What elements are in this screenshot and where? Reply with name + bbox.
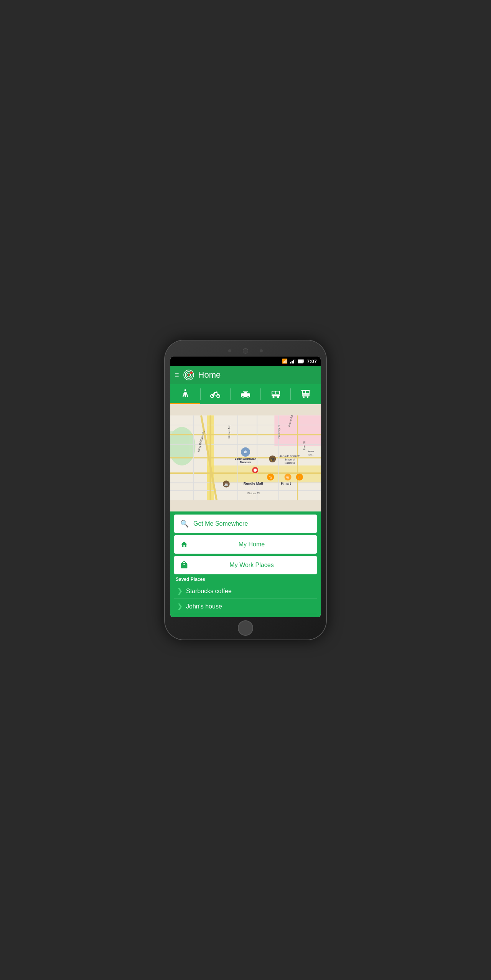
svg-text:🛍: 🛍: [269, 475, 272, 479]
svg-rect-5: [298, 360, 303, 363]
status-time: 7:07: [307, 358, 317, 364]
svg-text:South Australian: South Australian: [235, 457, 256, 460]
phone-bottom: [170, 620, 321, 636]
tab-bus[interactable]: [261, 384, 291, 404]
home-button-label: My Home: [193, 541, 311, 548]
svg-rect-22: [272, 391, 275, 394]
svg-rect-1: [292, 361, 293, 363]
svg-rect-29: [306, 391, 309, 393]
svg-point-11: [190, 372, 193, 374]
svg-text:🍴: 🍴: [297, 475, 302, 480]
saved-place-starbucks[interactable]: ❯ Starbucks coffee: [174, 584, 317, 599]
saved-places-label: Saved Places: [176, 577, 315, 582]
tab-car[interactable]: [231, 384, 260, 404]
saved-place-johns-house[interactable]: ❯ John's house: [174, 599, 317, 614]
battery-icon: [298, 359, 305, 363]
svg-rect-23: [276, 391, 279, 394]
svg-point-15: [216, 391, 217, 393]
home-button[interactable]: [238, 620, 253, 636]
svg-rect-17: [242, 392, 244, 393]
svg-point-26: [277, 396, 279, 398]
app-logo: [183, 369, 194, 381]
svg-text:Museum: Museum: [240, 461, 251, 464]
svg-text:Business: Business: [285, 462, 295, 464]
search-button-label: Get Me Somewhere: [193, 520, 248, 527]
earpiece: [243, 348, 248, 354]
svg-text:☕: ☕: [224, 482, 229, 487]
home-icon: [180, 541, 188, 548]
svg-text:🛍: 🛍: [286, 475, 290, 479]
svg-text:Rundle Mall: Rundle Mall: [244, 482, 263, 485]
tab-tram[interactable]: [291, 384, 321, 404]
phone-top-bar: [170, 348, 321, 354]
saved-place-starbucks-label: Starbucks coffee: [186, 588, 232, 595]
svg-rect-3: [295, 359, 295, 363]
svg-rect-6: [303, 360, 304, 362]
svg-rect-39: [207, 465, 321, 483]
tab-bike[interactable]: [201, 384, 231, 404]
svg-rect-28: [303, 391, 305, 393]
status-bar: 📶 7:07: [170, 357, 321, 366]
work-icon: [180, 561, 188, 569]
search-button[interactable]: 🔍 Get Me Somewhere: [174, 515, 317, 533]
svg-text:Fisher Pl: Fisher Pl: [247, 492, 260, 495]
svg-point-10: [188, 374, 189, 376]
transport-tabs: [170, 384, 321, 404]
my-home-button[interactable]: My Home: [174, 535, 317, 554]
saved-place-johns-house-label: John's house: [186, 603, 222, 610]
tab-walk[interactable]: [170, 384, 200, 404]
svg-point-19: [242, 396, 244, 398]
header-title: Home: [198, 370, 221, 380]
svg-rect-24: [272, 394, 280, 395]
svg-point-31: [303, 396, 305, 398]
search-icon: 🔍: [180, 520, 189, 528]
svg-rect-18: [247, 392, 249, 393]
sensor: [260, 349, 263, 352]
bottom-panel: 🔍 Get Me Somewhere My Home My Work Place…: [170, 511, 321, 617]
svg-text:Ayers: Ayers: [308, 450, 314, 452]
svg-point-25: [272, 396, 274, 398]
svg-text:School of: School of: [285, 458, 295, 461]
svg-rect-0: [290, 362, 291, 363]
phone-frame: 📶 7:07 ≡: [165, 340, 326, 640]
svg-point-20: [247, 396, 249, 398]
svg-point-32: [307, 396, 308, 398]
work-button-label: My Work Places: [193, 562, 311, 569]
svg-text:Mu...: Mu...: [308, 454, 314, 456]
svg-text:Bent St: Bent St: [303, 441, 306, 450]
wifi-icon: 📶: [282, 358, 288, 364]
svg-text:Kintore Ave: Kintore Ave: [228, 425, 231, 439]
chevron-right-icon: ❯: [177, 587, 182, 595]
svg-rect-2: [293, 360, 294, 363]
signal-icon: [290, 359, 295, 363]
svg-text:Kmart: Kmart: [281, 482, 291, 485]
svg-text:Adelaide Graduate: Adelaide Graduate: [279, 455, 300, 457]
map-svg: King William Rd Kintore Ave Frome Rd Pul…: [170, 404, 321, 511]
map-area[interactable]: King William Rd Kintore Ave Frome Rd Pul…: [170, 404, 321, 511]
svg-text:🏛: 🏛: [244, 450, 247, 454]
app-header: ≡ Home: [170, 366, 321, 384]
my-work-button[interactable]: My Work Places: [174, 556, 317, 574]
svg-text:Pulteney St: Pulteney St: [278, 425, 281, 439]
svg-point-72: [254, 469, 257, 472]
svg-rect-30: [302, 394, 310, 396]
svg-point-12: [184, 389, 186, 391]
chevron-right-icon-2: ❯: [177, 603, 182, 610]
hamburger-menu-icon[interactable]: ≡: [175, 371, 179, 379]
front-camera: [228, 349, 231, 352]
phone-screen: 📶 7:07 ≡: [170, 357, 321, 617]
svg-text:🎓: 🎓: [270, 457, 275, 462]
